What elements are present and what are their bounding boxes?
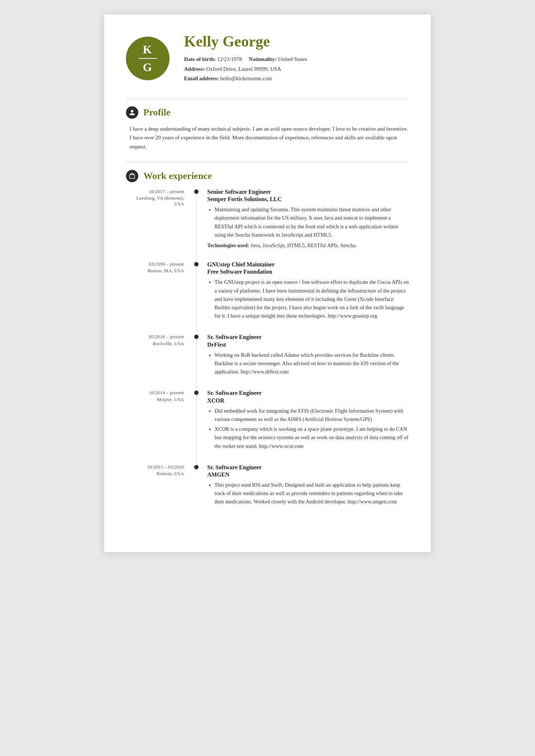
job-location: Leesburg, VA (Remote), USA — [126, 195, 184, 207]
timeline-dot — [194, 391, 199, 395]
address-label: Address: — [184, 66, 205, 72]
job-company: AMGEN — [207, 471, 409, 478]
dob-value-text: 12/21/1978 — [217, 56, 242, 62]
nationality-label: Nationality: — [249, 56, 277, 62]
contact-address-line: Address: Oxford Drive, Laurel 99999, USA — [184, 65, 409, 73]
job-location: Boston, MA, USA — [126, 268, 184, 274]
work-section-header: Work experience — [126, 170, 409, 182]
address-value-text: Oxford Drive, Laurel 99999, USA — [206, 66, 281, 72]
job-title: Senior Software Engineer — [207, 188, 409, 196]
job-company: XCOR — [207, 397, 409, 404]
job-title: Sr. Software Engineer — [207, 333, 409, 341]
job-location: Mojave, USA — [126, 397, 184, 402]
work-entries-container: 10/2017 – present Leesburg, VA (Remote),… — [126, 188, 409, 519]
job-date: 10/2015 – 03/2016 — [126, 463, 184, 471]
timeline-line — [196, 266, 197, 333]
work-entry: 10/2017 – present Leesburg, VA (Remote),… — [126, 188, 409, 261]
timeline-col: 03/1999 – present Boston, MA, USA — [126, 261, 191, 333]
work-entry: 05/2016 – present Rockville, USA Sr. Sof… — [126, 333, 409, 389]
job-bullet: The GNUstep project is an open source / … — [215, 278, 409, 320]
profile-icon — [126, 106, 138, 119]
avatar: K G — [126, 37, 170, 80]
contact-dob-line: Date of birth: 12/21/1978 Nationality: U… — [184, 55, 409, 64]
job-bullet: Did embedded work for integrating the EF… — [215, 407, 409, 424]
nationality-value-text: United States — [278, 56, 307, 62]
job-bullets: This project used IOS and Swift. Designe… — [207, 481, 409, 506]
work-entry: 03/1999 – present Boston, MA, USA GNUste… — [126, 261, 409, 333]
timeline-dot — [194, 465, 199, 469]
timeline-col: 10/2015 – 03/2016 Remote, USA — [126, 463, 191, 519]
resume-document: K G Kelly George Date of birth: 12/21/19… — [104, 15, 431, 552]
job-bullet: This project used IOS and Swift. Designe… — [215, 481, 409, 506]
header-info: Kelly George Date of birth: 12/21/1978 N… — [184, 33, 409, 84]
timeline-center — [191, 389, 201, 463]
job-title: GNUstep Chief Maintainer — [207, 261, 409, 269]
job-bullet: Working on RoR backend called Adama whic… — [215, 351, 409, 376]
job-tech: Technologies used: Java, JavaScript, HTM… — [207, 241, 409, 250]
job-location: Rockville, USA — [126, 341, 184, 347]
job-date: 05/2016 – present — [126, 333, 184, 340]
profile-title: Profile — [143, 107, 171, 118]
timeline-center — [191, 333, 201, 389]
job-bullets: Working on RoR backend called Adama whic… — [207, 351, 409, 376]
email-label: Email address: — [184, 75, 219, 81]
timeline-line — [196, 194, 197, 261]
work-entry: 10/2015 – 03/2016 Remote, USA Sr. Softwa… — [126, 463, 409, 519]
timeline-col: 05/2016 – present Rockville, USA — [126, 333, 191, 389]
job-content: Sr. Software Engineer AMGEN This project… — [201, 463, 409, 519]
email-value-text: hello@kickresume.com — [220, 75, 272, 81]
work-experience-section: Work experience 10/2017 – present Leesbu… — [126, 170, 409, 519]
timeline-line — [196, 395, 197, 463]
avatar-divider — [139, 58, 157, 59]
job-bullets: Maintaining and updating Savanna. This s… — [207, 205, 409, 239]
header-section: K G Kelly George Date of birth: 12/21/19… — [126, 33, 409, 84]
job-content: Sr. Software Engineer DrFirst Working on… — [201, 333, 409, 389]
timeline-dot — [194, 335, 199, 339]
job-date: 10/2017 – present — [126, 188, 184, 195]
avatar-initial-g: G — [143, 61, 153, 74]
timeline-line — [196, 339, 197, 389]
job-content: Sr. Software Engineer XCOR Did embedded … — [201, 389, 409, 463]
profile-divider — [126, 162, 409, 163]
dob-label: Date of birth: — [184, 56, 216, 62]
tech-label: Technologies used: — [207, 242, 249, 248]
job-company: DrFirst — [207, 342, 409, 348]
timeline-col: 10/2014 – present Mojave, USA — [126, 389, 191, 463]
job-date: 03/1999 – present — [126, 261, 184, 268]
job-content: GNUstep Chief Maintainer Free Software F… — [201, 261, 409, 333]
contact-email-line: Email address: hello@kickresume.com — [184, 74, 409, 83]
timeline-col: 10/2017 – present Leesburg, VA (Remote),… — [126, 188, 191, 261]
job-company: Semper Fortis Solutions, LLC — [207, 196, 409, 203]
timeline-center — [191, 188, 201, 261]
work-entry: 10/2014 – present Mojave, USA Sr. Softwa… — [126, 389, 409, 463]
header-divider — [126, 99, 409, 99]
avatar-initial-k: K — [143, 43, 153, 56]
job-location: Remote, USA — [126, 471, 184, 477]
timeline-dot — [194, 262, 199, 266]
work-title: Work experience — [143, 171, 212, 181]
candidate-name: Kelly George — [184, 33, 409, 50]
job-content: Senior Software Engineer Semper Fortis S… — [201, 188, 409, 261]
job-bullet: XCOR is a company which is working on a … — [215, 425, 409, 450]
job-bullets: Did embedded work for integrating the EF… — [207, 407, 409, 450]
job-title: Sr. Software Engineer — [207, 463, 409, 471]
job-date: 10/2014 – present — [126, 389, 184, 396]
profile-section: Profile I have a deep understanding of m… — [126, 106, 409, 151]
job-company: Free Software Foundation — [207, 269, 409, 275]
job-bullets: The GNUstep project is an open source / … — [207, 278, 409, 320]
profile-section-header: Profile — [126, 106, 409, 119]
timeline-center — [191, 261, 201, 333]
timeline-center — [191, 463, 201, 519]
job-bullet: Maintaining and updating Savanna. This s… — [215, 205, 409, 239]
work-icon — [126, 170, 138, 182]
timeline-dot — [194, 189, 199, 194]
job-title: Sr. Software Engineer — [207, 389, 409, 397]
profile-text: I have a deep understanding of many tech… — [126, 124, 409, 151]
